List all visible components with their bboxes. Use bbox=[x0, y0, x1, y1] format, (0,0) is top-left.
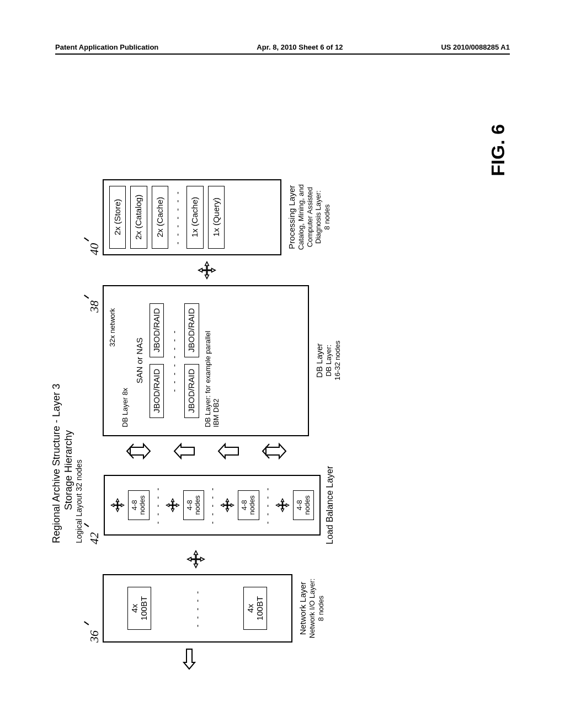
arrow-up-down-icon bbox=[262, 442, 287, 461]
lb-dashes-2: - - - - - bbox=[207, 486, 217, 524]
proc-label: Processing Layer bbox=[287, 184, 297, 250]
db-dashes: - - - - - - - - bbox=[169, 329, 179, 392]
network-dashes: - - - - - bbox=[193, 590, 202, 628]
lb-dashes-3: - - - - - bbox=[263, 486, 272, 524]
loadbal-label: Load Balance Layer bbox=[325, 466, 335, 544]
lb-a4: 4-8 bbox=[296, 493, 303, 517]
columns: 36 4x 100BT - - - - - 4x 100BT Network L… bbox=[87, 85, 342, 670]
proc-item-4: 1x (Query) bbox=[208, 186, 225, 249]
four-arrow-icon bbox=[198, 261, 216, 280]
figure-label: FIG. 6 bbox=[487, 124, 509, 176]
loadbal-box: 4-8 nodes - - - - - 4-8 nodes - - - - - … bbox=[104, 475, 321, 536]
ref-40-row: 40 bbox=[87, 228, 103, 255]
proc-item-3: 1x (Cache) bbox=[186, 186, 204, 249]
lb-b4: nodes bbox=[303, 493, 311, 517]
net-cell2-b: 100BT bbox=[255, 592, 265, 625]
db-col: 38 32x network DB Layer 8x SAN or NAS JB… bbox=[87, 285, 342, 436]
net-cell1-b: 100BT bbox=[140, 592, 149, 625]
proc-item-0: 2x (Store) bbox=[109, 186, 126, 249]
ref-40: 40 bbox=[87, 243, 102, 255]
title-line1: Regional Archive Structure - Layer 3 bbox=[51, 85, 63, 543]
title-logical: Logical Layout 32 nodes bbox=[74, 85, 84, 543]
network-ref: 36 bbox=[87, 612, 103, 643]
diagram-area: Regional Archive Structure - Layer 3 Sto… bbox=[44, 83, 521, 673]
db-jbod-1a: JBOD/RAID bbox=[150, 364, 164, 418]
ref-42: 42 bbox=[87, 532, 102, 544]
net-cell1-a: 4x bbox=[130, 592, 140, 625]
four-arrow-icon bbox=[166, 498, 180, 512]
proc-item-2: 2x (Cache) bbox=[152, 186, 169, 249]
db-topnet: 32x network bbox=[108, 308, 116, 347]
four-arrow-icon bbox=[275, 498, 290, 512]
header-right: US 2010/0088285 A1 bbox=[441, 43, 510, 51]
db-label: DB Layer bbox=[315, 341, 324, 381]
ref-36: 36 bbox=[87, 630, 102, 643]
lb-cell-2: 4-8 nodes bbox=[183, 490, 205, 520]
db-sub: DB Layer: 16-32 nodes bbox=[324, 341, 342, 381]
lb-db-arrows bbox=[126, 442, 287, 461]
ref-42-row: 42 bbox=[87, 513, 103, 544]
db-annot: DB Layer: for example parallel IBM DB2 bbox=[204, 331, 220, 427]
lb-b1: nodes bbox=[138, 493, 146, 517]
figure-title: Regional Archive Structure - Layer 3 Sto… bbox=[51, 85, 84, 543]
lb-a2: 4-8 bbox=[186, 493, 194, 517]
arrow-up-icon bbox=[173, 442, 195, 461]
four-arrow-icon bbox=[220, 498, 234, 512]
proc-sub: Catalog, Mining, and Computer Assisted D… bbox=[297, 184, 331, 250]
arrow-left-icon bbox=[181, 648, 198, 670]
lb-cell-3: 4-8 nodes bbox=[238, 490, 259, 520]
ref-leader-icon bbox=[84, 227, 96, 241]
ref-leader-icon bbox=[84, 611, 96, 625]
external-arrow bbox=[181, 648, 198, 670]
four-arrow-1 bbox=[186, 550, 205, 569]
db-row-1: JBOD/RAID JBOD/RAID bbox=[150, 303, 164, 418]
header-left: Patent Application Publication bbox=[55, 43, 158, 51]
lb-cell-1: 4-8 nodes bbox=[128, 490, 150, 520]
network-col: 36 4x 100BT - - - - - 4x 100BT Network L… bbox=[87, 574, 325, 643]
db-sublabel: DB Layer 8x bbox=[121, 388, 129, 427]
db-jbod-2a: JBOD/RAID bbox=[184, 364, 199, 418]
proc-col: 40 2x (Store) 2x (Catalog) 2x (Cache) - … bbox=[87, 179, 331, 255]
lb-b3: nodes bbox=[248, 493, 256, 517]
network-label: Network Layer bbox=[298, 579, 308, 638]
four-arrow-icon bbox=[110, 498, 125, 512]
db-box: 32x network DB Layer 8x SAN or NAS JBOD/… bbox=[103, 285, 309, 436]
ref-38-row: 38 bbox=[87, 285, 103, 313]
page-header: Patent Application Publication Apr. 8, 2… bbox=[55, 43, 510, 55]
arrow-up-icon bbox=[217, 442, 239, 461]
lb-cell-4: 4-8 nodes bbox=[293, 490, 315, 520]
ref-leader-icon bbox=[84, 513, 96, 527]
proc-item-1: 2x (Catalog) bbox=[130, 186, 147, 249]
network-labels: Network Layer Network I/O Layer: 8 nodes bbox=[298, 579, 325, 638]
lb-a1: 4-8 bbox=[131, 493, 138, 517]
network-cell-1: 4x 100BT bbox=[127, 587, 151, 630]
header-mid: Apr. 8, 2010 Sheet 6 of 12 bbox=[257, 43, 343, 51]
net-cell2-a: 4x bbox=[246, 592, 255, 625]
ref-38: 38 bbox=[87, 301, 102, 313]
arrow-up-down-icon bbox=[126, 442, 151, 461]
proc-dashes: - - - - - - - bbox=[173, 190, 182, 244]
db-jbod-1b: JBOD/RAID bbox=[150, 303, 164, 357]
db-sannas: SAN or NAS bbox=[135, 338, 144, 383]
network-cell-2: 4x 100BT bbox=[243, 587, 267, 630]
db-row-2: JBOD/RAID JBOD/RAID bbox=[184, 303, 199, 418]
lb-dashes-1: - - - - - bbox=[153, 486, 162, 524]
rotated-figure: Regional Archive Structure - Layer 3 Sto… bbox=[51, 85, 514, 670]
four-arrow-2 bbox=[198, 261, 216, 280]
four-arrow-icon bbox=[186, 550, 205, 569]
title-line2: Storage Hierarchy bbox=[63, 85, 75, 510]
proc-box: 2x (Store) 2x (Catalog) 2x (Cache) - - -… bbox=[103, 179, 281, 255]
ref-leader-icon bbox=[84, 285, 96, 298]
db-labels: DB Layer DB Layer: 16-32 nodes bbox=[315, 341, 342, 381]
proc-labels: Processing Layer Catalog, Mining, and Co… bbox=[287, 184, 331, 250]
db-jbod-2b: JBOD/RAID bbox=[184, 303, 199, 357]
lb-b2: nodes bbox=[194, 493, 201, 517]
lb-a3: 4-8 bbox=[241, 493, 248, 517]
network-box: 4x 100BT - - - - - 4x 100BT bbox=[103, 574, 292, 643]
network-sub: Network I/O Layer: 8 nodes bbox=[308, 579, 325, 638]
loadbal-col: 42 4-8 nodes - - - - - 4-8 nodes - - bbox=[87, 466, 335, 544]
